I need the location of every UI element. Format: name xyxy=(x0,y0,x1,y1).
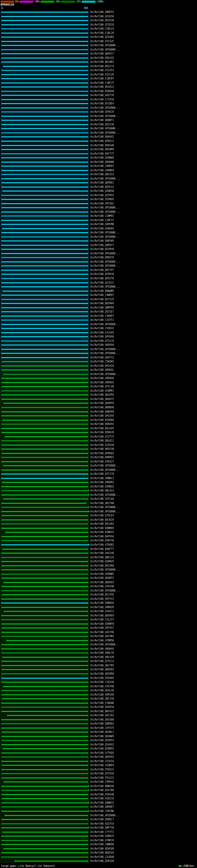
hit-label[interactable]: UniRef100_B3CYD8 xyxy=(89,788,197,793)
hit-label[interactable]: UniRef100_Q9C439 xyxy=(89,655,197,659)
hit-label[interactable]: UniRef100_Q6AV17 xyxy=(89,52,197,56)
alignment-bar[interactable] xyxy=(2,78,88,79)
hit-label[interactable]: UniRef100_A9PSA9 xyxy=(89,693,197,697)
hit-label[interactable]: UniRef100_UPI0000... xyxy=(89,347,197,352)
alignment-bar[interactable] xyxy=(2,511,88,512)
hit-label[interactable]: UniRef100_Q0D0Q3 xyxy=(89,722,197,726)
alignment-bar[interactable] xyxy=(2,195,88,196)
alignment-bar[interactable] xyxy=(2,45,88,46)
hit-label[interactable]: UniRef100_UPI0000... xyxy=(89,493,197,497)
alignment-bar[interactable] xyxy=(2,20,88,21)
hit-label[interactable]: UniRef100_Q6UNT2 xyxy=(89,576,197,581)
alignment-bar[interactable] xyxy=(2,132,88,133)
hit-label[interactable]: UniRef100_A7NP19 xyxy=(89,838,197,843)
hit-label[interactable]: UniRef100_Q23G56 xyxy=(89,14,197,19)
alignment-bar[interactable] xyxy=(2,752,88,753)
hit-label[interactable]: UniRef100_A1D214 xyxy=(89,797,197,801)
alignment-bar[interactable] xyxy=(2,473,88,474)
hit-label[interactable]: UniRef100_Q4R5M0 xyxy=(89,222,197,227)
hit-label[interactable]: UniRef100_Q7FLG8 xyxy=(89,384,197,389)
alignment-bar[interactable] xyxy=(2,241,88,241)
hit-label[interactable]: UniRef100_Q81TH0 xyxy=(89,501,197,505)
alignment-bar[interactable] xyxy=(2,707,88,708)
alignment-bar[interactable] xyxy=(2,91,88,92)
hit-label[interactable]: UniRef100_Q8S9E9 xyxy=(89,614,197,618)
alignment-bar[interactable] xyxy=(2,332,88,333)
alignment-bar[interactable] xyxy=(2,107,88,108)
alignment-bar[interactable] xyxy=(2,545,88,545)
alignment-bar[interactable] xyxy=(2,540,88,541)
alignment-bar[interactable] xyxy=(2,794,88,795)
hit-label[interactable]: UniRef100_Q5BEL7 xyxy=(89,817,197,822)
alignment-bar[interactable] xyxy=(2,586,88,587)
hit-label[interactable]: UniRef100_B5DDA0 xyxy=(89,89,197,94)
hit-label[interactable]: UniRef100_C0HBE8 xyxy=(89,168,197,173)
hit-label[interactable]: UniRef100_B7UEB4 xyxy=(89,418,197,423)
hit-label[interactable]: UniRef100_UPI0000... xyxy=(89,106,197,110)
hit-label[interactable]: UniRef100_Q9P7Y0 xyxy=(89,826,197,830)
alignment-bar[interactable] xyxy=(2,311,88,312)
hit-label[interactable]: UniRef100_B6TH69 xyxy=(89,302,197,306)
alignment-bar[interactable] xyxy=(2,732,88,733)
alignment-bar[interactable] xyxy=(2,153,88,154)
hit-label[interactable]: UniRef100_B5DGY2 xyxy=(89,139,197,144)
alignment-bar[interactable] xyxy=(2,736,88,737)
hit-label[interactable]: UniRef100_Q59G19 xyxy=(89,110,197,114)
alignment-bar[interactable] xyxy=(2,536,88,537)
hit-label[interactable]: UniRef100_Q5KJG0 xyxy=(89,859,197,863)
alignment-bar[interactable] xyxy=(2,166,88,166)
alignment-bar[interactable] xyxy=(2,395,88,395)
alignment-bar[interactable] xyxy=(2,528,88,529)
hit-label[interactable]: UniRef100_Q6FJY0 xyxy=(89,697,197,701)
alignment-bar[interactable] xyxy=(2,520,88,520)
hit-label[interactable]: UniRef100_B7FJ78 xyxy=(89,472,197,476)
hit-label[interactable]: UniRef100_B4LGQ5 xyxy=(89,427,197,431)
hit-label[interactable]: UniRef100_UPI0000... xyxy=(89,505,197,509)
hit-label[interactable]: UniRef100_C7YTT1 xyxy=(89,830,197,834)
hit-label[interactable]: UniRef100_A7EYA0 xyxy=(89,684,197,689)
alignment-bar[interactable] xyxy=(2,652,88,653)
hit-label[interactable]: UniRef100_B2Y125 xyxy=(89,298,197,302)
hit-label[interactable]: UniRef100_C4WRO7 xyxy=(89,293,197,298)
hit-label[interactable]: UniRef100_Q551E7 xyxy=(89,310,197,314)
alignment-bar[interactable] xyxy=(2,345,88,345)
alignment-bar[interactable] xyxy=(2,370,88,370)
alignment-bar[interactable] xyxy=(2,49,88,50)
alignment-bar[interactable] xyxy=(2,237,88,238)
hit-label[interactable]: UniRef100_UPI0000... xyxy=(89,230,197,235)
hit-label[interactable]: UniRef100_A9E0X6 xyxy=(89,376,197,380)
alignment-bar[interactable] xyxy=(2,191,88,191)
alignment-bar[interactable] xyxy=(2,366,88,366)
alignment-bar[interactable] xyxy=(2,698,88,699)
hit-label[interactable]: UniRef100_Q59953 xyxy=(89,738,197,743)
hit-label[interactable]: UniRef100_UPI0000... xyxy=(89,206,197,210)
hit-label[interactable]: UniRef100_Q6AMY6 xyxy=(89,401,197,405)
hit-label[interactable]: UniRef100_O44248 xyxy=(89,551,197,555)
hit-label[interactable]: UniRef100_Q2U934 xyxy=(89,705,197,709)
alignment-bar[interactable] xyxy=(2,644,88,645)
hit-label[interactable]: UniRef100_Q1XGG8 xyxy=(89,443,197,447)
alignment-bar[interactable] xyxy=(2,461,88,462)
hit-label[interactable]: UniRef100_P151Z5 xyxy=(89,39,197,44)
alignment-bar[interactable] xyxy=(3,66,88,67)
hit-label[interactable]: UniRef100_B9KWM5 xyxy=(89,289,197,293)
alignment-bar[interactable] xyxy=(3,291,88,291)
alignment-bar[interactable] xyxy=(4,403,88,404)
alignment-bar[interactable] xyxy=(2,357,88,358)
hit-label[interactable]: UniRef100_A8UH44 xyxy=(89,647,197,651)
alignment-bar[interactable] xyxy=(2,507,88,508)
hit-label[interactable]: UniRef100_A2QBE4 xyxy=(89,763,197,768)
hit-label[interactable]: UniRef100_B4RZH3 xyxy=(89,422,197,427)
alignment-bar[interactable] xyxy=(2,711,88,712)
alignment-bar[interactable] xyxy=(2,336,88,337)
hit-label[interactable]: UniRef100_Q6XH72 xyxy=(89,397,197,402)
hit-label[interactable]: UniRef100_B0NG46 xyxy=(89,784,197,788)
alignment-bar[interactable] xyxy=(2,136,88,137)
hit-label[interactable]: UniRef100_UPI0000... xyxy=(89,568,197,572)
hit-label[interactable]: UniRef100_B61QB1 xyxy=(89,60,197,64)
hit-label[interactable]: UniRef100_A3LP14 xyxy=(89,822,197,826)
alignment-bar[interactable] xyxy=(2,224,88,225)
alignment-bar[interactable] xyxy=(2,170,88,171)
alignment-bar[interactable] xyxy=(2,361,88,362)
hit-label[interactable]: UniRef100_Q7PL67 xyxy=(89,514,197,518)
